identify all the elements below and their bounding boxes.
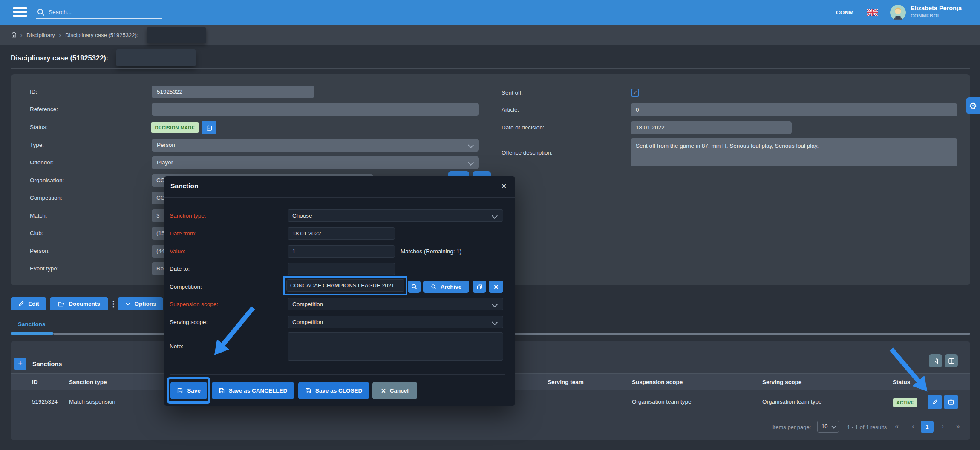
sent-off-checkbox[interactable]: ✓: [631, 89, 639, 97]
search-icon: [411, 284, 418, 290]
chevron-down-icon: [125, 301, 131, 307]
modal-value-suffix: Matches (Remaining: 1): [401, 248, 461, 255]
clipboard-icon: [476, 284, 483, 290]
field-label-club: Club:: [30, 230, 43, 236]
close-icon[interactable]: ✕: [501, 182, 507, 190]
modal-header-divider: [164, 197, 515, 198]
modal-label-serving-scope: Serving scope:: [170, 319, 208, 325]
field-label-id: ID:: [30, 89, 37, 95]
cancel-button[interactable]: ✕ Cancel: [372, 382, 417, 399]
close-icon: ✕: [493, 284, 499, 290]
save-icon: [219, 387, 225, 394]
chevron-down-icon: [492, 301, 498, 307]
page-title: Disciplinary case (51925322):: [11, 54, 108, 62]
modal-label-competition: Competition:: [170, 284, 202, 290]
column-header-serving-scope[interactable]: Serving scope: [762, 379, 801, 385]
row-edit-button[interactable]: [928, 395, 942, 409]
row-calendar-button[interactable]: [944, 395, 958, 409]
modal-date-from-input[interactable]: 18.01.2022: [288, 227, 395, 240]
modal-label-note: Note:: [170, 343, 183, 350]
column-header-id[interactable]: ID: [32, 379, 38, 385]
chevron-down-icon: [468, 160, 474, 166]
breadcrumb: › Disciplinary › Disciplinary case (5192…: [20, 32, 138, 38]
title-redacted-box: [116, 49, 196, 66]
chevron-down-icon: [492, 213, 498, 219]
date-of-decision-field[interactable]: 18.01.2022: [631, 121, 792, 134]
edit-button[interactable]: Edit: [11, 297, 46, 310]
pagination-prev-button[interactable]: ‹: [912, 423, 914, 430]
column-header-suspension-scope[interactable]: Suspension scope: [632, 379, 683, 385]
pagination-last-button[interactable]: »: [956, 423, 960, 430]
language-flag-icon[interactable]: [867, 9, 878, 16]
cell-suspension-scope: Organisation team type: [632, 398, 692, 405]
competition-search-button[interactable]: [408, 281, 421, 293]
save-as-closed-button[interactable]: Save as CLOSED: [298, 382, 369, 399]
modal-date-to-input[interactable]: [288, 263, 395, 275]
add-sanction-button[interactable]: +: [14, 358, 26, 370]
competition-archive-button[interactable]: Archive: [423, 281, 469, 293]
breadcrumb-separator: ›: [59, 32, 61, 38]
items-per-page-label: Items per page:: [772, 424, 811, 430]
disciplinary-case-page: { "topbar":{"search_placeholder":"Search…: [0, 0, 980, 450]
id-field[interactable]: 51925322: [152, 86, 314, 98]
competition-clear-button[interactable]: ✕: [489, 281, 503, 293]
offender-select[interactable]: Player: [152, 156, 479, 169]
avatar[interactable]: [890, 5, 906, 20]
page-size-select[interactable]: 10: [817, 421, 839, 433]
pagination-page-1-button[interactable]: 1: [921, 421, 934, 433]
modal-value-input[interactable]: 1: [288, 245, 395, 258]
pagination-range: 1 - 1 of 1 results: [847, 424, 887, 430]
modal-serving-scope-select[interactable]: Competition: [288, 316, 503, 328]
calendar-icon: [206, 124, 213, 131]
pagination-next-button[interactable]: ›: [942, 423, 944, 430]
tab-active-underline: [11, 332, 53, 335]
column-header-sanction-type[interactable]: Sanction type: [69, 379, 107, 385]
modal-sanction-type-select[interactable]: Choose: [288, 209, 503, 222]
article-field[interactable]: 0: [631, 103, 957, 116]
plus-icon: +: [18, 359, 23, 368]
reference-field[interactable]: [152, 103, 479, 116]
scrollbar-track[interactable]: [978, 45, 978, 450]
search-input[interactable]: Search...: [49, 9, 159, 15]
options-button[interactable]: Options: [118, 297, 163, 310]
search-icon: [37, 8, 45, 17]
modal-note-textarea[interactable]: [288, 332, 503, 361]
status-history-button[interactable]: [202, 121, 216, 134]
type-select[interactable]: Person: [152, 139, 479, 152]
close-icon: ✕: [381, 387, 386, 394]
chevron-down-icon: [468, 142, 474, 148]
breadcrumb-item-case[interactable]: Disciplinary case (51925322):: [65, 32, 138, 38]
search-underline: [36, 18, 162, 19]
field-label-date-of-decision: Date of decision:: [502, 124, 545, 131]
chevron-down-icon: [831, 424, 836, 428]
hamburger-menu-icon[interactable]: [13, 7, 27, 18]
breadcrumb-separator: ›: [20, 32, 22, 38]
documents-button[interactable]: Documents: [50, 297, 108, 310]
modal-suspension-scope-select[interactable]: Competition: [288, 298, 503, 310]
home-icon[interactable]: [10, 31, 17, 38]
field-label-competition: Competition:: [30, 195, 62, 201]
column-header-status[interactable]: Status: [893, 379, 910, 385]
breadcrumb-redacted-box: [147, 27, 206, 43]
modal-label-sanction-type: Sanction type:: [170, 212, 206, 219]
pencil-icon: [932, 399, 938, 405]
export-excel-button[interactable]: [929, 354, 942, 367]
field-label-article: Article:: [502, 106, 519, 113]
chevron-down-icon: [492, 319, 498, 325]
column-header-serving-team[interactable]: Serving team: [548, 379, 584, 385]
competition-copy-button[interactable]: [473, 281, 486, 293]
pagination-first-button[interactable]: «: [895, 423, 899, 430]
right-edge-divider: [973, 45, 973, 450]
save-as-cancelled-button[interactable]: Save as CANCELLED: [212, 382, 294, 399]
search-icon: [431, 284, 437, 290]
breadcrumb-item-disciplinary[interactable]: Disciplinary: [26, 32, 55, 38]
field-label-person: Person:: [30, 248, 50, 254]
user-name[interactable]: Elizabeta Peronja: [911, 5, 962, 11]
tab-sanctions[interactable]: Sanctions: [18, 321, 46, 327]
org-code[interactable]: CONM: [836, 9, 853, 16]
modal-footer-divider: [170, 374, 505, 375]
column-settings-button[interactable]: [945, 354, 958, 367]
offence-description-field[interactable]: Sent off from the game in 87. min H. Ser…: [631, 138, 957, 166]
more-actions-button[interactable]: ⋮: [110, 299, 118, 309]
row-status-badge: ACTIVE: [893, 398, 917, 407]
